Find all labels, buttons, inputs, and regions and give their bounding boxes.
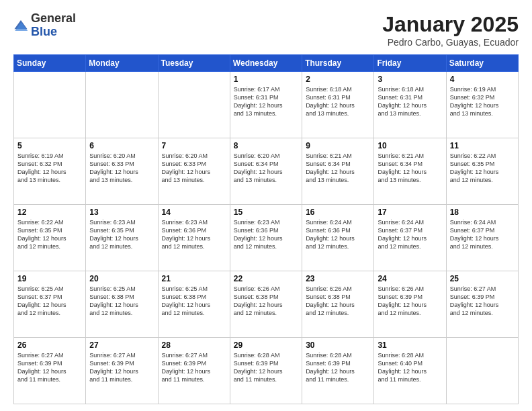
day-info: Sunrise: 6:28 AM Sunset: 6:39 PM Dayligh… xyxy=(234,351,298,384)
day-number: 12 xyxy=(17,208,82,217)
table-row: 5Sunrise: 6:19 AM Sunset: 6:32 PM Daylig… xyxy=(14,138,86,205)
table-row: 29Sunrise: 6:28 AM Sunset: 6:39 PM Dayli… xyxy=(230,338,302,404)
header: General Blue January 2025 Pedro Carbo, G… xyxy=(13,12,519,48)
title-block: January 2025 Pedro Carbo, Guayas, Ecuado… xyxy=(382,12,519,48)
table-row: 3Sunrise: 6:18 AM Sunset: 6:31 PM Daylig… xyxy=(374,72,446,138)
calendar-table: Sunday Monday Tuesday Wednesday Thursday… xyxy=(13,54,519,404)
calendar-title: January 2025 xyxy=(382,12,519,37)
table-row: 19Sunrise: 6:25 AM Sunset: 6:37 PM Dayli… xyxy=(14,271,86,338)
table-row: 22Sunrise: 6:26 AM Sunset: 6:38 PM Dayli… xyxy=(230,271,302,338)
day-info: Sunrise: 6:24 AM Sunset: 6:37 PM Dayligh… xyxy=(450,218,515,251)
day-number: 21 xyxy=(162,274,226,283)
table-row: 28Sunrise: 6:27 AM Sunset: 6:39 PM Dayli… xyxy=(158,338,230,404)
day-info: Sunrise: 6:21 AM Sunset: 6:34 PM Dayligh… xyxy=(306,152,370,185)
day-number: 5 xyxy=(17,141,82,150)
day-info: Sunrise: 6:24 AM Sunset: 6:37 PM Dayligh… xyxy=(378,218,442,251)
table-row: 25Sunrise: 6:27 AM Sunset: 6:39 PM Dayli… xyxy=(446,271,518,338)
day-number: 31 xyxy=(378,340,442,350)
day-info: Sunrise: 6:28 AM Sunset: 6:39 PM Dayligh… xyxy=(306,351,370,384)
day-number: 20 xyxy=(89,274,154,283)
day-info: Sunrise: 6:22 AM Sunset: 6:35 PM Dayligh… xyxy=(450,152,515,185)
day-number: 29 xyxy=(234,340,298,350)
day-info: Sunrise: 6:20 AM Sunset: 6:33 PM Dayligh… xyxy=(89,152,154,185)
page: General Blue January 2025 Pedro Carbo, G… xyxy=(0,0,532,411)
day-info: Sunrise: 6:17 AM Sunset: 6:31 PM Dayligh… xyxy=(234,85,298,118)
day-number: 4 xyxy=(450,75,515,84)
table-row: 13Sunrise: 6:23 AM Sunset: 6:35 PM Dayli… xyxy=(86,205,158,271)
table-row: 27Sunrise: 6:27 AM Sunset: 6:39 PM Dayli… xyxy=(86,338,158,404)
day-info: Sunrise: 6:20 AM Sunset: 6:34 PM Dayligh… xyxy=(234,152,298,185)
table-row: 17Sunrise: 6:24 AM Sunset: 6:37 PM Dayli… xyxy=(374,205,446,271)
calendar-week-row: 19Sunrise: 6:25 AM Sunset: 6:37 PM Dayli… xyxy=(14,271,519,338)
day-info: Sunrise: 6:27 AM Sunset: 6:39 PM Dayligh… xyxy=(450,285,515,318)
day-number: 10 xyxy=(378,141,442,150)
day-number: 9 xyxy=(306,141,370,150)
day-info: Sunrise: 6:23 AM Sunset: 6:36 PM Dayligh… xyxy=(234,218,298,251)
day-info: Sunrise: 6:24 AM Sunset: 6:36 PM Dayligh… xyxy=(306,218,370,251)
day-info: Sunrise: 6:27 AM Sunset: 6:39 PM Dayligh… xyxy=(17,351,82,384)
table-row: 16Sunrise: 6:24 AM Sunset: 6:36 PM Dayli… xyxy=(302,205,374,271)
day-number: 11 xyxy=(450,141,515,150)
day-info: Sunrise: 6:20 AM Sunset: 6:33 PM Dayligh… xyxy=(162,152,226,185)
day-number: 15 xyxy=(234,208,298,217)
table-row: 30Sunrise: 6:28 AM Sunset: 6:39 PM Dayli… xyxy=(302,338,374,404)
table-row: 8Sunrise: 6:20 AM Sunset: 6:34 PM Daylig… xyxy=(230,138,302,205)
day-info: Sunrise: 6:18 AM Sunset: 6:31 PM Dayligh… xyxy=(306,85,370,118)
day-info: Sunrise: 6:19 AM Sunset: 6:32 PM Dayligh… xyxy=(450,85,515,118)
day-number: 19 xyxy=(17,274,82,283)
table-row: 14Sunrise: 6:23 AM Sunset: 6:36 PM Dayli… xyxy=(158,205,230,271)
day-number: 6 xyxy=(89,141,154,150)
day-number: 14 xyxy=(162,208,226,217)
table-row: 9Sunrise: 6:21 AM Sunset: 6:34 PM Daylig… xyxy=(302,138,374,205)
table-row: 7Sunrise: 6:20 AM Sunset: 6:33 PM Daylig… xyxy=(158,138,230,205)
logo-text: General Blue xyxy=(31,12,76,39)
calendar-week-row: 5Sunrise: 6:19 AM Sunset: 6:32 PM Daylig… xyxy=(14,138,519,205)
day-info: Sunrise: 6:25 AM Sunset: 6:37 PM Dayligh… xyxy=(17,285,82,318)
day-info: Sunrise: 6:25 AM Sunset: 6:38 PM Dayligh… xyxy=(162,285,226,318)
day-number: 26 xyxy=(17,340,82,350)
calendar-week-row: 1Sunrise: 6:17 AM Sunset: 6:31 PM Daylig… xyxy=(14,72,519,138)
calendar-week-row: 12Sunrise: 6:22 AM Sunset: 6:35 PM Dayli… xyxy=(14,205,519,271)
logo: General Blue xyxy=(13,12,76,39)
table-row: 11Sunrise: 6:22 AM Sunset: 6:35 PM Dayli… xyxy=(446,138,518,205)
day-number: 24 xyxy=(378,274,442,283)
day-number: 7 xyxy=(162,141,226,150)
day-number: 1 xyxy=(234,75,298,84)
day-info: Sunrise: 6:26 AM Sunset: 6:38 PM Dayligh… xyxy=(234,285,298,318)
day-info: Sunrise: 6:26 AM Sunset: 6:39 PM Dayligh… xyxy=(378,285,442,318)
day-number: 28 xyxy=(162,340,226,350)
table-row: 12Sunrise: 6:22 AM Sunset: 6:35 PM Dayli… xyxy=(14,205,86,271)
day-info: Sunrise: 6:23 AM Sunset: 6:36 PM Dayligh… xyxy=(162,218,226,251)
calendar-week-row: 26Sunrise: 6:27 AM Sunset: 6:39 PM Dayli… xyxy=(14,338,519,404)
table-row: 15Sunrise: 6:23 AM Sunset: 6:36 PM Dayli… xyxy=(230,205,302,271)
table-row: 1Sunrise: 6:17 AM Sunset: 6:31 PM Daylig… xyxy=(230,72,302,138)
day-number: 13 xyxy=(89,208,154,217)
day-number: 8 xyxy=(234,141,298,150)
day-info: Sunrise: 6:19 AM Sunset: 6:32 PM Dayligh… xyxy=(17,152,82,185)
day-number: 25 xyxy=(450,274,515,283)
table-row: 10Sunrise: 6:21 AM Sunset: 6:34 PM Dayli… xyxy=(374,138,446,205)
day-number: 17 xyxy=(378,208,442,217)
day-info: Sunrise: 6:28 AM Sunset: 6:40 PM Dayligh… xyxy=(378,351,442,384)
day-number: 2 xyxy=(306,75,370,84)
day-info: Sunrise: 6:21 AM Sunset: 6:34 PM Dayligh… xyxy=(378,152,442,185)
day-number: 18 xyxy=(450,208,515,217)
table-row xyxy=(158,72,230,138)
header-tuesday: Tuesday xyxy=(158,55,230,72)
table-row: 6Sunrise: 6:20 AM Sunset: 6:33 PM Daylig… xyxy=(86,138,158,205)
day-info: Sunrise: 6:25 AM Sunset: 6:38 PM Dayligh… xyxy=(89,285,154,318)
header-saturday: Saturday xyxy=(446,55,518,72)
table-row: 4Sunrise: 6:19 AM Sunset: 6:32 PM Daylig… xyxy=(446,72,518,138)
table-row: 2Sunrise: 6:18 AM Sunset: 6:31 PM Daylig… xyxy=(302,72,374,138)
calendar-location: Pedro Carbo, Guayas, Ecuador xyxy=(382,37,519,48)
table-row xyxy=(86,72,158,138)
table-row: 18Sunrise: 6:24 AM Sunset: 6:37 PM Dayli… xyxy=(446,205,518,271)
logo-general-text: General xyxy=(31,12,76,26)
day-info: Sunrise: 6:23 AM Sunset: 6:35 PM Dayligh… xyxy=(89,218,154,251)
table-row: 23Sunrise: 6:26 AM Sunset: 6:38 PM Dayli… xyxy=(302,271,374,338)
table-row: 26Sunrise: 6:27 AM Sunset: 6:39 PM Dayli… xyxy=(14,338,86,404)
logo-icon xyxy=(13,18,28,33)
table-row xyxy=(14,72,86,138)
day-info: Sunrise: 6:22 AM Sunset: 6:35 PM Dayligh… xyxy=(17,218,82,251)
day-number: 3 xyxy=(378,75,442,84)
